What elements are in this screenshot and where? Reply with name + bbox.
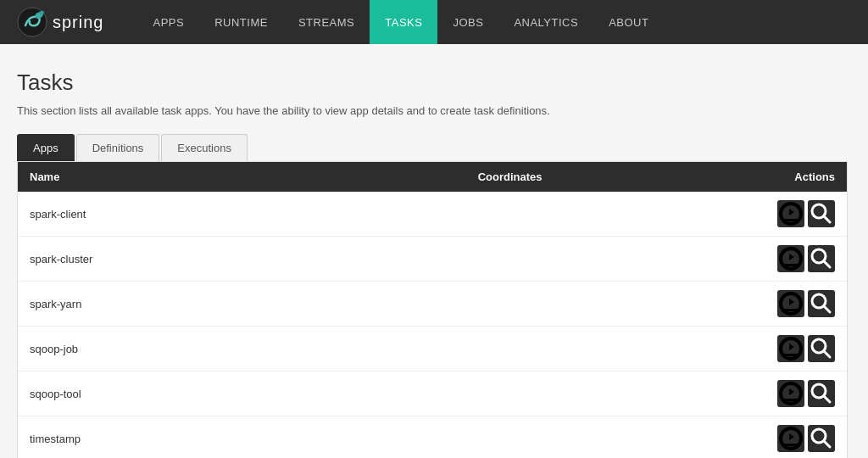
row-name: timestamp	[30, 433, 270, 445]
svg-line-8	[824, 261, 830, 267]
tab-executions[interactable]: Executions	[161, 134, 248, 161]
nav-item-about[interactable]: ABOUT	[593, 0, 664, 44]
task-table: Name Coordinates Actions spark-client sp…	[17, 161, 848, 458]
search-icon	[808, 290, 835, 317]
table-row: sqoop-job	[18, 327, 847, 371]
svg-line-17	[824, 396, 830, 402]
deploy-icon	[777, 380, 804, 407]
deploy-button[interactable]	[777, 245, 804, 272]
svg-line-5	[824, 216, 830, 222]
svg-rect-6	[782, 264, 799, 266]
search-icon	[808, 380, 835, 407]
nav-item-streams[interactable]: STREAMS	[283, 0, 370, 44]
deploy-button[interactable]	[777, 425, 804, 452]
page-title: Tasks	[17, 70, 848, 96]
tab-bar: Apps Definitions Executions	[17, 134, 848, 161]
search-button[interactable]	[808, 335, 835, 362]
table-header: Name Coordinates Actions	[18, 162, 847, 192]
row-actions	[750, 425, 835, 452]
table-row: spark-client	[18, 192, 847, 237]
table-row: spark-cluster	[18, 237, 847, 282]
row-actions	[750, 335, 835, 362]
brand-name: spring	[53, 13, 103, 32]
search-button[interactable]	[808, 380, 835, 407]
svg-rect-3	[782, 219, 799, 221]
table-row: timestamp	[18, 416, 847, 458]
row-name: spark-cluster	[30, 253, 270, 265]
deploy-icon	[777, 200, 804, 227]
deploy-icon	[777, 245, 804, 272]
search-icon	[808, 245, 835, 272]
svg-rect-9	[782, 309, 799, 311]
brand: spring	[17, 7, 103, 37]
nav-menu: APPS RUNTIME STREAMS TASKS JOBS ANALYTIC…	[137, 0, 664, 44]
row-name: spark-client	[30, 208, 270, 221]
search-button[interactable]	[808, 290, 835, 317]
col-header-coordinates: Coordinates	[270, 170, 750, 183]
svg-rect-18	[782, 444, 799, 446]
nav-item-tasks[interactable]: TASKS	[370, 0, 437, 44]
deploy-icon	[777, 335, 804, 362]
tab-definitions[interactable]: Definitions	[76, 134, 160, 161]
logo-icon	[17, 7, 47, 37]
deploy-icon	[777, 290, 804, 317]
page-content: Tasks This section lists all available t…	[0, 44, 865, 458]
page-description: This section lists all available task ap…	[17, 104, 848, 117]
deploy-button[interactable]	[777, 290, 804, 317]
svg-line-11	[824, 306, 830, 312]
search-button[interactable]	[808, 425, 835, 452]
row-actions	[750, 200, 835, 227]
search-button[interactable]	[808, 245, 835, 272]
row-name: spark-yarn	[30, 298, 270, 310]
row-actions	[750, 380, 835, 407]
navbar: spring APPS RUNTIME STREAMS TASKS JOBS A…	[0, 0, 868, 44]
row-name: sqoop-tool	[30, 388, 270, 400]
search-icon	[808, 200, 835, 227]
row-actions	[750, 245, 835, 272]
svg-line-20	[824, 441, 830, 447]
deploy-button[interactable]	[777, 380, 804, 407]
deploy-icon	[777, 425, 804, 452]
nav-item-analytics[interactable]: ANALYTICS	[498, 0, 593, 44]
col-header-name: Name	[30, 170, 270, 183]
row-name: sqoop-job	[30, 343, 270, 355]
col-header-actions: Actions	[750, 170, 835, 183]
nav-item-apps[interactable]: APPS	[137, 0, 199, 44]
svg-line-14	[824, 351, 830, 357]
tab-apps[interactable]: Apps	[17, 134, 75, 161]
spring-logo: spring	[17, 7, 103, 37]
table-row: sqoop-tool	[18, 371, 847, 416]
svg-rect-12	[782, 354, 799, 356]
nav-item-runtime[interactable]: RUNTIME	[199, 0, 283, 44]
search-icon	[808, 335, 835, 362]
svg-rect-15	[782, 399, 799, 401]
deploy-button[interactable]	[777, 335, 804, 362]
table-row: spark-yarn	[18, 282, 847, 327]
search-icon	[808, 425, 835, 452]
row-actions	[750, 290, 835, 317]
nav-item-jobs[interactable]: JOBS	[437, 0, 498, 44]
search-button[interactable]	[808, 200, 835, 227]
deploy-button[interactable]	[777, 200, 804, 227]
